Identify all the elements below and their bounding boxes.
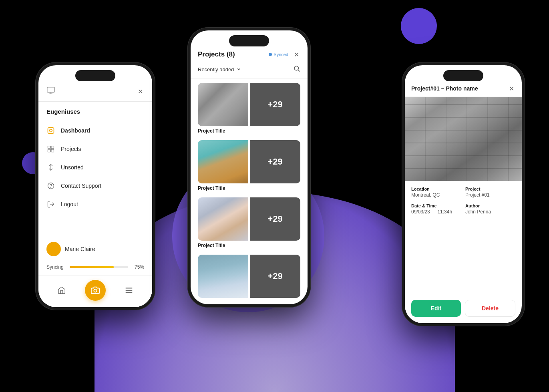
nav-list: Dashboard Projects [38,118,152,217]
author-value: John Penna [465,209,515,215]
phone-right-screen: Project#01 – Photo name ✕ Location Montr… [405,65,522,323]
detail-info: Location Montreal, QC Project Project #0… [405,181,522,220]
user-name: Marie Claire [65,246,95,252]
decorative-circle-top-right [401,8,437,44]
project-item-3[interactable]: +29 Project Title [198,193,300,248]
phone-mid-notch [229,35,269,46]
project-item-4[interactable]: +29 [198,251,300,298]
project-label-1: Project Title [198,128,300,134]
nav-label-dashboard: Dashboard [61,127,90,134]
phone-mid: Projects (8) Synced ✕ Recently added [187,27,311,308]
project-photo-thumb-2 [198,140,248,183]
project-value: Project #01 [465,192,515,198]
filter-label: Recently added [198,66,234,72]
svg-rect-4 [51,146,54,149]
nav-item-contact-support[interactable]: Contact Support [38,177,152,195]
location-label: Location [411,187,461,191]
bottom-nav-home[interactable] [54,283,69,298]
svg-point-14 [294,66,299,70]
project-photos-2: +29 [198,140,300,183]
author-label: Author [465,203,515,208]
grid-icon [46,145,55,153]
nav-item-projects[interactable]: Projects [38,140,152,158]
mid-header-right: Synced ✕ [269,50,300,58]
info-location: Location Montreal, QC [411,187,461,198]
project-photo-thumb-1 [198,83,248,126]
phone-mid-screen: Projects (8) Synced ✕ Recently added [191,30,308,304]
synced-badge: Synced [269,52,288,57]
sync-percent: 75% [132,264,144,270]
nav-item-dashboard[interactable]: Dashboard [38,121,152,140]
svg-point-2 [50,129,52,132]
project-photo-count-2: +29 [250,140,300,183]
user-avatar [46,242,61,256]
left-close-button[interactable]: ✕ [136,87,144,95]
location-value: Montreal, QC [411,192,461,198]
right-title: Project#01 – Photo name [411,85,478,92]
sync-label: Syncing [46,264,66,270]
detail-actions: Edit Delete [411,300,515,317]
svg-rect-1 [48,128,54,134]
phone-right: Project#01 – Photo name ✕ Location Montr… [402,62,525,326]
project-item-1[interactable]: +29 Project Title [198,79,300,134]
screen-icon [46,86,55,96]
project-list: +29 Project Title +29 Project Title [191,79,308,300]
project-photo-count-1: +29 [250,83,300,126]
info-author: Author John Penna [465,203,515,215]
synced-dot [269,53,272,56]
sort-icon [46,163,55,172]
nav-label-contact-support: Contact Support [61,183,101,189]
project-item-2[interactable]: +29 Project Title [198,136,300,191]
search-button[interactable] [293,65,300,74]
svg-rect-3 [48,146,51,149]
project-photos-1: +29 [198,83,300,126]
filter-button[interactable]: Recently added [198,66,241,72]
datetime-value: 09/03/23 — 11:34h [411,209,461,215]
help-icon [46,181,55,190]
sync-progress-fill [70,266,114,268]
project-photos-4: +29 [198,255,300,298]
sync-row: Syncing 75% [38,262,152,275]
bottom-nav-menu[interactable] [121,283,137,298]
project-photos-3: +29 [198,197,300,241]
left-footer: Marie Claire Syncing 75% [38,236,152,307]
edit-button[interactable]: Edit [411,300,461,317]
nav-item-logout[interactable]: Logout [38,195,152,213]
nav-label-logout: Logout [61,201,78,207]
right-close-button[interactable]: ✕ [507,84,515,92]
phone-left: ✕ Eugeniuses Dashboard [35,62,155,310]
svg-point-10 [94,289,97,292]
phone-left-screen: ✕ Eugeniuses Dashboard [38,65,152,307]
logout-icon [46,200,55,209]
project-label-right: Project [465,187,515,191]
info-project: Project Project #01 [465,187,515,198]
nav-item-unsorted[interactable]: Unsorted [38,158,152,177]
svg-rect-5 [48,149,51,152]
project-label-2: Project Title [198,185,300,191]
synced-label: Synced [273,52,288,57]
sync-progress-bar [70,266,128,268]
svg-rect-6 [51,149,54,152]
project-photo-thumb-4 [198,255,248,298]
mid-title: Projects (8) [198,50,235,58]
phone-left-notch [75,70,115,81]
project-label-3: Project Title [198,243,300,248]
delete-button[interactable]: Delete [465,300,515,317]
bottom-nav-camera[interactable] [85,280,106,301]
svg-rect-0 [47,87,54,92]
svg-line-15 [298,70,300,71]
nav-label-unsorted: Unsorted [61,164,84,171]
mid-close-button[interactable]: ✕ [292,50,300,58]
filter-row: Recently added [191,62,308,79]
photo-detail-image [405,97,522,181]
nav-label-projects: Projects [61,146,81,152]
project-photo-count-3: +29 [250,197,300,241]
user-row: Marie Claire [38,236,152,262]
svg-point-7 [48,183,54,189]
home-icon [46,126,55,135]
info-datetime: Date & Time 09/03/23 — 11:34h [411,203,461,215]
bottom-nav [38,275,152,307]
datetime-label: Date & Time [411,203,461,208]
svg-point-8 [51,187,51,188]
left-username: Eugeniuses [38,102,152,118]
